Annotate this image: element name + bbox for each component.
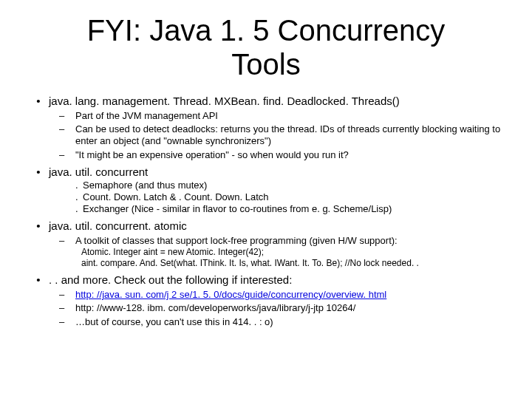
subbullet: . Count. Down. Latch & . Count. Down. La… (75, 191, 504, 203)
code-line: Atomic. Integer aint = new Atomic. Integ… (81, 247, 504, 258)
dash-icon: – (59, 123, 75, 134)
bullet-text: java. util. concurrent (49, 166, 148, 180)
slide: FYI: Java 1. 5 Concurrency Tools • java.… (0, 0, 532, 399)
subbullet-link: – http: //java. sun. com/j 2 se/1. 5. 0/… (59, 289, 504, 301)
title-line-1: FYI: Java 1. 5 Concurrency (87, 14, 446, 47)
dash-icon: – (59, 289, 75, 300)
overview-link[interactable]: http: //java. sun. com/j 2 se/1. 5. 0/do… (75, 289, 386, 300)
subbullet: . Exchanger (Nice - similar in flavor to… (75, 203, 504, 215)
dot-icon: . (75, 203, 83, 215)
dash-icon: – (59, 302, 75, 313)
subbullet-text: Part of the JVM management API (75, 110, 218, 122)
bullet-more: • . . and more. Check out the following … (28, 273, 504, 287)
bullet-atomic: • java. util. concurrent. atomic (28, 219, 504, 233)
subbullet-text: A toolkit of classes that support lock-f… (75, 235, 398, 247)
subbullet-text: "It might be an expensive operation" - s… (75, 149, 349, 161)
slide-title: FYI: Java 1. 5 Concurrency Tools (28, 13, 504, 81)
bullet-text: . . and more. Check out the following if… (49, 273, 292, 287)
subbullet: . Semaphore (and thus mutex) (75, 180, 504, 191)
subbullet: – Part of the JVM management API (59, 110, 504, 122)
title-line-2: Tools (231, 48, 300, 81)
subbullet: – http: //www-128. ibm. com/developerwor… (59, 302, 504, 314)
subbullet-text: Semaphore (and thus mutex) (83, 180, 207, 191)
subbullet-text: http: //www-128. ibm. com/developerworks… (75, 302, 355, 314)
bullet-dot-icon: • (28, 95, 49, 107)
subbullet: – Can be used to detect deadlocks: retur… (59, 123, 504, 148)
subbullet-text: Can be used to detect deadlocks: returns… (75, 123, 504, 148)
bullet-text: java. util. concurrent. atomic (49, 219, 187, 233)
bullet-util-concurrent: • java. util. concurrent (28, 166, 504, 180)
dash-icon: – (59, 316, 75, 327)
subbullet: – …but of course, you can't use this in … (59, 316, 504, 328)
subbullet-text: Exchanger (Nice - similar in flavor to c… (83, 203, 392, 215)
bullet-threadmxbean: • java. lang. management. Thread. MXBean… (28, 95, 504, 109)
bullet-text: java. lang. management. Thread. MXBean. … (49, 95, 400, 109)
dash-icon: – (59, 235, 75, 246)
code-line: aint. compare. And. Set(what. IThink. It… (81, 258, 504, 269)
dash-icon: – (59, 149, 75, 160)
subbullet: – "It might be an expensive operation" -… (59, 149, 504, 161)
bullet-dot-icon: • (28, 166, 49, 178)
dash-icon: – (59, 110, 75, 121)
subbullet: – A toolkit of classes that support lock… (59, 235, 504, 247)
bullet-dot-icon: • (28, 273, 49, 286)
subbullet-text: Count. Down. Latch & . Count. Down. Latc… (83, 191, 268, 203)
dot-icon: . (75, 180, 83, 191)
subbullet-text: …but of course, you can't use this in 41… (75, 316, 273, 328)
bullet-dot-icon: • (28, 219, 49, 232)
dot-icon: . (75, 191, 83, 203)
